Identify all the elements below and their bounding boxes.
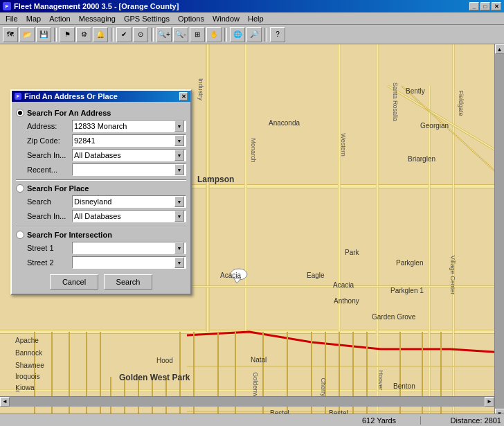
search-in-combo[interactable]: All Databases ▼: [72, 149, 186, 161]
place-search-in-label: Search In...: [27, 212, 72, 220]
restore-button[interactable]: □: [480, 2, 490, 10]
place-section-label: Search For Place: [27, 184, 89, 193]
place-radio[interactable]: [16, 184, 24, 193]
search-in-value: All Databases: [74, 151, 121, 159]
search-button[interactable]: Search: [104, 274, 152, 290]
toolbar-btn-7[interactable]: ✔: [116, 27, 132, 42]
app-icon: F: [3, 2, 11, 10]
dialog-buttons: Cancel Search: [16, 274, 186, 290]
intersection-radio[interactable]: [16, 231, 24, 239]
toolbar-btn-2[interactable]: 📂: [19, 27, 35, 42]
zip-combo-arrow[interactable]: ▼: [174, 135, 184, 146]
search-in-field-row: Search In... All Databases ▼: [16, 149, 186, 161]
menu-map[interactable]: Map: [22, 14, 45, 24]
address-section-label: Search For An Address: [27, 109, 111, 117]
recent-combo-arrow[interactable]: ▼: [174, 164, 184, 175]
menu-help[interactable]: Help: [244, 14, 268, 24]
scroll-track-v[interactable]: [495, 54, 505, 409]
dialog-title-text: Find An Address Or Place: [24, 92, 118, 100]
address-combo[interactable]: 12833 Monarch ▼: [72, 120, 186, 132]
scroll-up-button[interactable]: ▲: [495, 44, 505, 54]
search-in-label: Search In...: [27, 151, 72, 159]
toolbar-sep-5: [264, 28, 267, 42]
divider-1: [16, 179, 186, 181]
divider-2: [16, 226, 186, 227]
toolbar-sep-3: [151, 28, 154, 42]
menu-options[interactable]: Options: [174, 14, 208, 24]
address-radio[interactable]: [16, 109, 24, 117]
menu-window[interactable]: Window: [208, 14, 244, 24]
place-search-in-arrow[interactable]: ▼: [174, 211, 184, 222]
toolbar-btn-globe[interactable]: 🌐: [230, 27, 245, 42]
toolbar-btn-6[interactable]: 🔔: [93, 27, 108, 42]
recent-combo[interactable]: ▼: [72, 163, 186, 176]
status-distance: Distance: 2801: [421, 416, 504, 425]
place-search-value: Disneyland: [74, 197, 111, 206]
address-combo-arrow[interactable]: ▼: [174, 121, 184, 132]
toolbar-sep-4: [224, 28, 227, 42]
recent-label: Recent...: [27, 166, 72, 174]
search-in-combo-arrow[interactable]: ▼: [174, 150, 184, 161]
zip-combo[interactable]: 92841 ▼: [72, 134, 186, 147]
toolbar-btn-zoom-in[interactable]: 🔍+: [156, 27, 172, 42]
dialog-icon: F: [15, 93, 21, 100]
svg-marker-53: [234, 278, 241, 283]
zip-field-row: Zip Code: 92841 ▼: [16, 134, 186, 147]
toolbar-btn-zoom-out[interactable]: 🔍-: [173, 27, 188, 42]
toolbar-sep-1: [54, 28, 57, 42]
place-search-in-value: All Databases: [74, 212, 121, 220]
menu-messaging[interactable]: Messaging: [75, 14, 120, 24]
street1-label: Street 1: [27, 244, 72, 252]
toolbar: 🗺 📂 💾 ⚑ ⚙ 🔔 ✔ ⊙ 🔍+ 🔍- ⊞ ✋ 🌐 🔎 ?: [0, 25, 504, 44]
street1-combo[interactable]: ▼: [72, 242, 186, 254]
toolbar-btn-4[interactable]: ⚑: [60, 27, 75, 42]
scroll-left-button[interactable]: ◄: [0, 397, 10, 407]
menu-gps-settings[interactable]: GPS Settings: [120, 14, 174, 24]
place-search-arrow[interactable]: ▼: [174, 196, 184, 207]
toolbar-sep-2: [111, 28, 114, 42]
scroll-track-h[interactable]: [10, 397, 485, 407]
toolbar-btn-help[interactable]: ?: [270, 27, 285, 42]
toolbar-btn-search[interactable]: 🔎: [246, 27, 262, 42]
place-search-row: Search Disneyland ▼: [16, 195, 186, 208]
street2-row: Street 2 ▼: [16, 256, 186, 269]
dialog-title-bar: F Find An Address Or Place ✕: [12, 91, 190, 102]
main-area: Anaconda Lampson Bently Georgian Briargl…: [0, 44, 504, 418]
street1-row: Street 1 ▼: [16, 242, 186, 254]
menu-action[interactable]: Action: [45, 14, 75, 24]
cancel-button[interactable]: Cancel: [50, 274, 98, 290]
close-button[interactable]: ✕: [492, 2, 501, 10]
address-value: 12833 Monarch: [74, 122, 127, 130]
zip-value: 92841: [74, 136, 96, 145]
horizontal-scrollbar: ◄ ►: [0, 396, 494, 406]
toolbar-btn-5[interactable]: ⚙: [76, 27, 91, 42]
place-search-label: Search: [27, 197, 72, 206]
find-address-dialog: F Find An Address Or Place ✕ Search For …: [10, 89, 192, 295]
recent-field-row: Recent... ▼: [16, 163, 186, 176]
street2-combo[interactable]: ▼: [72, 256, 186, 269]
street2-label: Street 2: [27, 258, 72, 267]
menu-bar: File Map Action Messaging GPS Settings O…: [0, 12, 504, 25]
toolbar-btn-3[interactable]: 💾: [36, 27, 51, 42]
street1-arrow[interactable]: ▼: [174, 242, 184, 254]
toolbar-btn-zoom-fit[interactable]: ⊞: [190, 27, 205, 42]
dialog-close-button[interactable]: ✕: [179, 92, 188, 100]
street2-arrow[interactable]: ▼: [174, 257, 184, 268]
toolbar-btn-hand[interactable]: ✋: [206, 27, 222, 42]
menu-file[interactable]: File: [1, 14, 22, 24]
status-middle: 612 Yards: [338, 416, 421, 425]
window-controls: _ □ ✕: [469, 2, 501, 10]
app-window: F Fleet Management 2000 3.5 - [Orange Co…: [0, 0, 504, 418]
place-search-in-combo[interactable]: All Databases ▼: [72, 210, 186, 222]
toolbar-btn-8[interactable]: ⊙: [133, 27, 148, 42]
toolbar-btn-1[interactable]: 🗺: [3, 27, 18, 42]
address-radio-inner: [18, 111, 22, 115]
scroll-right-button[interactable]: ►: [485, 397, 494, 407]
address-section-header: Search For An Address: [16, 109, 186, 117]
svg-line-21: [388, 86, 504, 155]
title-bar: F Fleet Management 2000 3.5 - [Orange Co…: [0, 0, 504, 12]
place-search-combo[interactable]: Disneyland ▼: [72, 195, 186, 208]
zip-label: Zip Code:: [27, 136, 72, 145]
intersection-section-header: Search For Intersection: [16, 231, 186, 239]
minimize-button[interactable]: _: [469, 2, 479, 10]
